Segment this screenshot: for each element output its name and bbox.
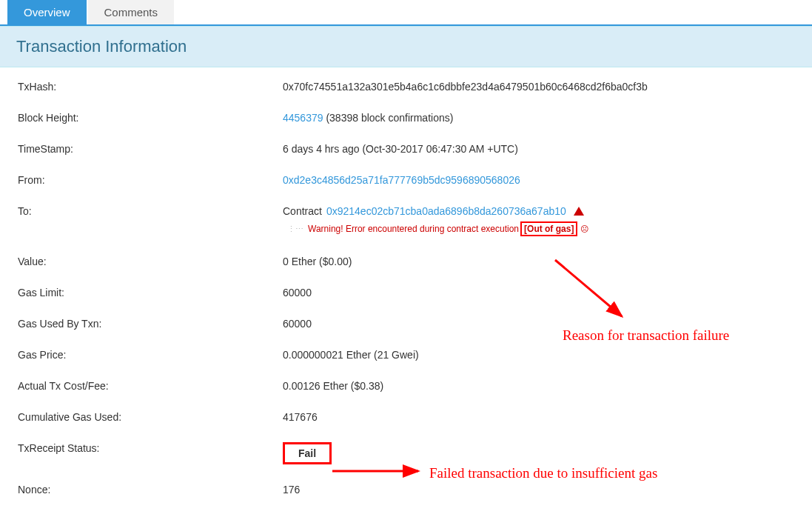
tab-comments[interactable]: Comments: [88, 0, 175, 24]
value-timestamp: 6 days 4 hrs ago (Oct-30-2017 06:47:30 A…: [283, 143, 805, 155]
from-address-link[interactable]: 0xd2e3c4856d25a71fa777769b5dc95968905680…: [283, 174, 520, 186]
to-address-link[interactable]: 0x9214ec02cb71cba0ada6896b8da260736a67ab…: [326, 205, 566, 217]
value-gas-limit: 60000: [283, 287, 805, 298]
block-height-suffix: (38398 block confirmations): [323, 112, 454, 124]
row-txhash: TxHash: 0x70fc74551a132a301e5b4a6c1c6dbb…: [18, 81, 805, 93]
row-timestamp: TimeStamp: 6 days 4 hrs ago (Oct-30-2017…: [18, 143, 805, 155]
label-txhash: TxHash:: [18, 81, 283, 93]
label-actual-cost: Actual Tx Cost/Fee:: [18, 380, 283, 392]
tabs-bar: Overview Comments: [0, 0, 812, 26]
annotation-failed: Failed transaction due to insufficient g…: [429, 465, 657, 481]
block-height-link[interactable]: 4456379: [283, 112, 323, 124]
row-cumulative: Cumulative Gas Used: 417676: [18, 411, 805, 423]
label-from: From:: [18, 174, 283, 186]
warning-triangle-icon: [574, 207, 584, 216]
tree-branch-icon: ⋮⋯: [287, 224, 303, 234]
label-nonce: Nonce:: [18, 484, 283, 496]
value-txhash: 0x70fc74551a132a301e5b4a6c1c6dbbfe23d4a6…: [283, 81, 805, 93]
out-of-gas-badge: [Out of gas]: [520, 221, 577, 236]
row-gas-limit: Gas Limit: 60000: [18, 287, 805, 298]
sad-face-icon: ☹: [580, 224, 588, 234]
label-cumulative: Cumulative Gas Used:: [18, 411, 283, 423]
execution-warning: ⋮⋯ Warning! Error encountered during con…: [287, 221, 805, 236]
row-receipt-status: TxReceipt Status: Fail: [18, 442, 805, 464]
label-gas-price: Gas Price:: [18, 349, 283, 361]
value-block-height: 4456379 (38398 block confirmations): [283, 112, 805, 124]
row-from: From: 0xd2e3c4856d25a71fa777769b5dc95968…: [18, 174, 805, 186]
label-receipt-status: TxReceipt Status:: [18, 442, 283, 454]
value-gas-price: 0.000000021 Ether (21 Gwei): [283, 349, 805, 361]
row-actual-cost: Actual Tx Cost/Fee: 0.00126 Ether ($0.38…: [18, 380, 805, 392]
row-value: Value: 0 Ether ($0.00): [18, 256, 805, 267]
label-gas-used: Gas Used By Txn:: [18, 318, 283, 330]
warning-text: Warning! Error encountered during contra…: [308, 224, 519, 234]
to-prefix: Contract: [283, 205, 322, 217]
value-nonce: 176: [283, 484, 805, 496]
value-actual-cost: 0.00126 Ether ($0.38): [283, 380, 805, 392]
label-value: Value:: [18, 256, 283, 267]
panel-title: Transaction Information: [0, 26, 812, 67]
tab-overview[interactable]: Overview: [7, 0, 87, 24]
label-block-height: Block Height:: [18, 112, 283, 124]
label-timestamp: TimeStamp:: [18, 143, 283, 155]
row-nonce: Nonce: 176: [18, 484, 805, 496]
status-fail-badge: Fail: [283, 442, 332, 464]
label-gas-limit: Gas Limit:: [18, 287, 283, 298]
annotation-reason: Reason for transaction failure: [563, 327, 729, 344]
value-cumulative: 417676: [283, 411, 805, 423]
row-block-height: Block Height: 4456379 (38398 block confi…: [18, 112, 805, 124]
tx-rows: TxHash: 0x70fc74551a132a301e5b4a6c1c6dbb…: [0, 67, 812, 496]
row-gas-price: Gas Price: 0.000000021 Ether (21 Gwei): [18, 349, 805, 361]
value-value: 0 Ether ($0.00): [283, 256, 805, 267]
row-to: To: Contract 0x9214ec02cb71cba0ada6896b8…: [18, 205, 805, 236]
label-to: To:: [18, 205, 283, 217]
